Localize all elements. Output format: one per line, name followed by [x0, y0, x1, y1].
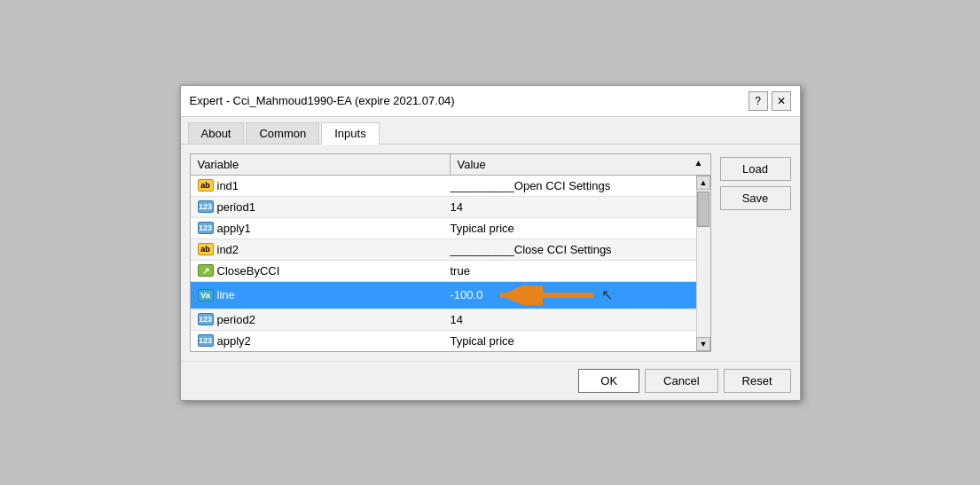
window-title: Expert - Cci_Mahmoud1990-EA (expire 2021…	[190, 94, 455, 107]
tab-common[interactable]: Common	[246, 122, 319, 144]
side-buttons: Load Save	[720, 153, 791, 352]
table-row[interactable]: ab ind1 __________Open CCI Settings	[191, 176, 696, 197]
table-row[interactable]: 123 apply2 Typical price	[191, 331, 696, 351]
variable-cell: ↗ CloseByCCI	[191, 261, 443, 281]
save-button[interactable]: Save	[720, 186, 791, 210]
tab-inputs[interactable]: Inputs	[321, 122, 379, 145]
tab-about[interactable]: About	[188, 122, 245, 144]
arrow-icon: ↗	[198, 264, 214, 277]
value-cell: true	[443, 261, 696, 281]
help-button[interactable]: ?	[749, 91, 768, 111]
orange-arrow-icon	[491, 286, 598, 305]
value-cell: 14	[443, 309, 696, 330]
ab-icon: ab	[198, 243, 214, 255]
value-cell: __________Open CCI Settings	[443, 176, 696, 196]
table-header: Variable Value ▲	[191, 154, 710, 176]
num-icon: 123	[198, 222, 214, 234]
col-header-value: Value ▲	[451, 154, 710, 175]
close-button[interactable]: ✕	[772, 91, 791, 111]
sort-arrow-icon: ▲	[694, 158, 703, 168]
table-body: ab ind1 __________Open CCI Settings 123 …	[191, 176, 710, 351]
main-window: Expert - Cci_Mahmoud1990-EA (expire 2021…	[180, 85, 801, 401]
variable-cell: 123 period2	[191, 309, 443, 330]
table-row[interactable]: ↗ CloseByCCI true	[191, 261, 696, 282]
table-row-selected[interactable]: Va line -100.0	[191, 282, 696, 309]
table-row[interactable]: 123 apply1 Typical price	[191, 218, 696, 239]
value-cell: 14	[443, 197, 696, 217]
variable-cell: 123 apply1	[191, 218, 443, 239]
variable-cell: ab ind2	[191, 239, 443, 260]
variable-cell: 123 period1	[191, 197, 443, 217]
scroll-down-button[interactable]: ▼	[696, 337, 710, 351]
col-header-variable: Variable	[191, 154, 451, 175]
v2-icon: Va	[198, 289, 214, 301]
cursor-icon: ↖	[601, 286, 613, 303]
table-row[interactable]: ab ind2 __________Close CCI Settings	[191, 239, 696, 261]
value-cell: Typical price	[443, 218, 696, 239]
variable-table: Variable Value ▲ ab ind1	[190, 153, 711, 352]
variable-cell: 123 apply2	[191, 331, 443, 351]
value-cell: Typical price	[443, 331, 696, 351]
table-row[interactable]: 123 period2 14	[191, 309, 696, 331]
num-icon: 123	[198, 334, 214, 347]
ok-button[interactable]: OK	[578, 369, 639, 393]
load-button[interactable]: Load	[720, 157, 791, 181]
title-bar: Expert - Cci_Mahmoud1990-EA (expire 2021…	[181, 86, 800, 117]
footer: OK Cancel Reset	[181, 361, 800, 400]
table-row[interactable]: 123 period1 14	[191, 197, 696, 218]
value-cell: __________Close CCI Settings	[443, 239, 696, 260]
tabs-row: About Common Inputs	[181, 117, 800, 145]
cancel-button[interactable]: Cancel	[645, 369, 717, 393]
num-icon: 123	[198, 200, 214, 213]
scroll-thumb[interactable]	[697, 192, 710, 227]
reset-button[interactable]: Reset	[724, 369, 791, 393]
ab-icon: ab	[198, 179, 214, 192]
variable-cell-selected: Va line	[191, 282, 443, 309]
variable-cell: ab ind1	[191, 176, 443, 196]
num-icon: 123	[198, 313, 214, 325]
table-rows: ab ind1 __________Open CCI Settings 123 …	[191, 176, 696, 351]
scrollbar[interactable]: ▲ ▼	[696, 176, 710, 351]
content-area: Variable Value ▲ ab ind1	[181, 145, 800, 361]
title-buttons: ? ✕	[749, 91, 791, 111]
value-cell-selected: -100.0 ↖	[443, 282, 696, 309]
scroll-up-button[interactable]: ▲	[696, 176, 710, 190]
